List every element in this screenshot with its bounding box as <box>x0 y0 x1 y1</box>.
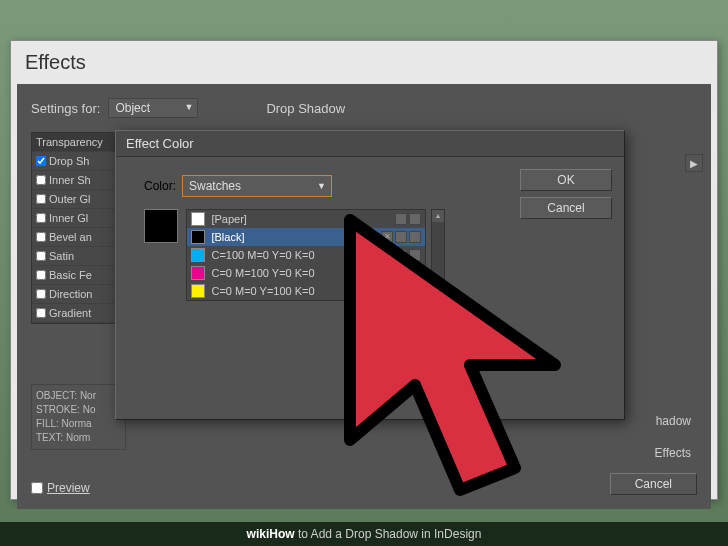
swatch-chip <box>191 266 205 280</box>
right-labels: hadow Effects <box>655 414 691 478</box>
effects-list-item[interactable]: Gradient <box>32 304 125 323</box>
color-mode-select[interactable]: Swatches <box>182 175 332 197</box>
effect-checkbox[interactable] <box>36 156 46 166</box>
none-icon: ✕ <box>381 231 393 243</box>
effects-list-item[interactable]: Outer Gl <box>32 190 125 209</box>
flyout-arrow-icon[interactable]: ▶ <box>685 154 703 172</box>
settings-for-label: Settings for: <box>31 101 100 116</box>
swatch-area: [Paper] [Black] ✕ C=100 M=0 Y=0 K=0 C=0 … <box>134 209 606 313</box>
effect-checkbox[interactable] <box>36 270 46 280</box>
preview-label: Preview <box>47 481 90 495</box>
effects-list-header[interactable]: Transparency <box>32 133 125 152</box>
swatch-icons: ✕ <box>381 231 421 243</box>
color-dialog-buttons: OK Cancel <box>520 169 612 219</box>
settings-for-select[interactable]: Object <box>108 98 198 118</box>
swatch-chip <box>191 284 205 298</box>
cancel-button[interactable]: Cancel <box>520 197 612 219</box>
effect-checkbox[interactable] <box>36 213 46 223</box>
effect-checkbox[interactable] <box>36 175 46 185</box>
cmyk-icon <box>409 231 421 243</box>
section-label: Drop Shadow <box>266 101 345 116</box>
swatch-item-yellow[interactable]: C=0 M=0 Y=100 K=0 <box>187 282 425 300</box>
effect-checkbox[interactable] <box>36 289 46 299</box>
object-info-line: STROKE: No <box>36 403 121 417</box>
effects-list-item[interactable]: Bevel an <box>32 228 125 247</box>
effects-list-item[interactable]: Inner Gl <box>32 209 125 228</box>
footer-caption: wikiHow to Add a Drop Shadow in InDesign <box>0 522 728 546</box>
settings-row: Settings for: Object Drop Shadow <box>31 98 697 118</box>
color-label: Color: <box>144 179 176 193</box>
footer-brand: wikiHow <box>247 527 295 541</box>
swatch-chip <box>191 212 205 226</box>
effects-dialog-title: Effects <box>11 41 717 84</box>
object-info-box: OBJECT: Nor STROKE: No FILL: Norma TEXT:… <box>31 384 126 450</box>
swatch-item-magenta[interactable]: C=0 M=100 Y=0 K=0 <box>187 264 425 282</box>
preview-checkbox[interactable] <box>31 482 43 494</box>
effects-list-item[interactable]: Direction <box>32 285 125 304</box>
swatch-scrollbar[interactable]: ▴ <box>431 209 445 313</box>
swatch-icons <box>395 267 421 279</box>
cancel-button[interactable]: Cancel <box>610 473 697 495</box>
object-info-line: TEXT: Norm <box>36 431 121 445</box>
swatch-chip <box>191 248 205 262</box>
footer-text: to Add a Drop Shadow in InDesign <box>295 527 482 541</box>
swatch-icons <box>395 213 421 225</box>
effects-list-item[interactable]: Drop Sh <box>32 152 125 171</box>
effect-color-title: Effect Color <box>116 131 624 157</box>
effect-checkbox[interactable] <box>36 308 46 318</box>
swatch-icons <box>395 285 421 297</box>
effect-color-dialog: Effect Color Color: Swatches [Paper] [Bl… <box>115 130 625 420</box>
swatch-icons <box>395 249 421 261</box>
effect-checkbox[interactable] <box>36 251 46 261</box>
swatch-item-black[interactable]: [Black] ✕ <box>187 228 425 246</box>
scroll-up-icon[interactable]: ▴ <box>432 210 444 222</box>
object-info-line: OBJECT: Nor <box>36 389 121 403</box>
swatch-item-cyan[interactable]: C=100 M=0 Y=0 K=0 <box>187 246 425 264</box>
effects-list-item[interactable]: Satin <box>32 247 125 266</box>
object-info-line: FILL: Norma <box>36 417 121 431</box>
effect-checkbox[interactable] <box>36 194 46 204</box>
swatch-item-paper[interactable]: [Paper] <box>187 210 425 228</box>
preview-row: Preview <box>31 481 90 495</box>
ok-button[interactable]: OK <box>520 169 612 191</box>
effect-checkbox[interactable] <box>36 232 46 242</box>
effects-list: Transparency Drop Sh Inner Sh Outer Gl I… <box>31 132 126 324</box>
swatch-preview <box>144 209 178 243</box>
effects-list-item[interactable]: Basic Fe <box>32 266 125 285</box>
swatch-chip <box>191 230 205 244</box>
swatch-list: [Paper] [Black] ✕ C=100 M=0 Y=0 K=0 C=0 … <box>186 209 426 301</box>
effect-color-body: Color: Swatches [Paper] [Black] ✕ C= <box>116 157 624 417</box>
effects-list-item[interactable]: Inner Sh <box>32 171 125 190</box>
registration-icon <box>395 231 407 243</box>
